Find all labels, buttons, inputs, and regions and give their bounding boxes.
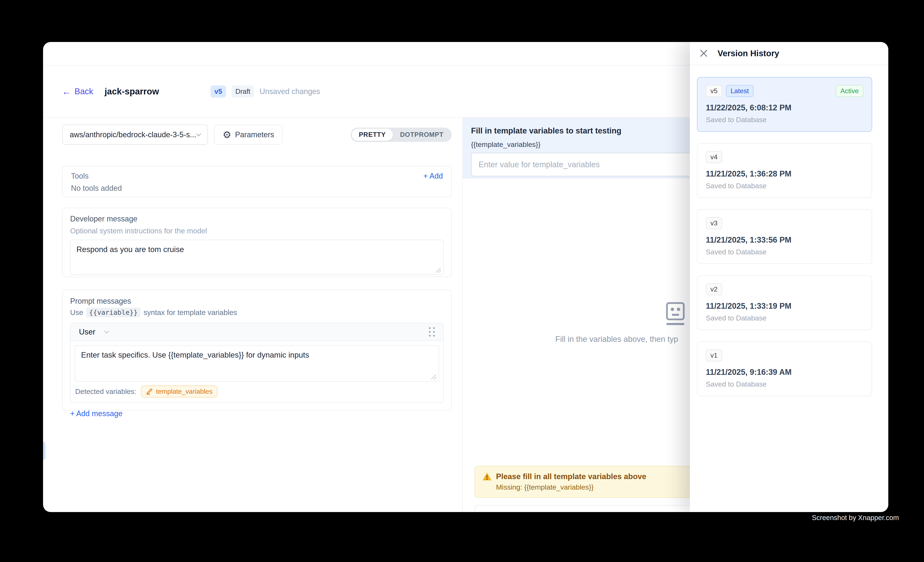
resize-handle-icon[interactable] xyxy=(431,373,437,380)
page-title: jack-sparrow xyxy=(105,87,159,97)
format-toggle: PRETTY DOTPROMPT xyxy=(351,128,452,142)
version-tag-badge: v1 xyxy=(706,350,722,362)
version-tag-badge: v4 xyxy=(706,151,722,163)
developer-message-title: Developer message xyxy=(70,214,444,223)
warning-title: Please fill in all template variables ab… xyxy=(496,472,646,481)
back-label: Back xyxy=(75,87,93,96)
version-card[interactable]: v3 11/21/2025, 1:33:56 PM Saved to Datab… xyxy=(697,209,872,264)
message-content-input[interactable]: Enter task specifics. Use {{template_var… xyxy=(75,345,439,382)
version-date: 11/21/2025, 1:36:28 PM xyxy=(706,169,863,178)
message-role-select[interactable]: User xyxy=(79,327,95,336)
developer-message-section: Developer message Optional system instru… xyxy=(62,208,452,277)
draft-badge: Draft xyxy=(232,85,254,97)
chevron-down-icon xyxy=(196,132,201,136)
version-list: v5 Latest Active 11/22/2025, 6:08:12 PM … xyxy=(690,65,888,396)
latest-badge: Latest xyxy=(726,85,753,97)
close-icon[interactable] xyxy=(699,49,708,58)
version-status: Saved to Database xyxy=(706,314,863,322)
toggle-dotprompt[interactable]: DOTPROMPT xyxy=(393,129,451,141)
app-window: ← Back jack-sparrow v5 Draft Unsaved cha… xyxy=(43,42,888,512)
unsaved-changes-label: Unsaved changes xyxy=(260,87,320,96)
version-date: 11/21/2025, 9:16:39 AM xyxy=(706,368,863,377)
resize-handle-icon[interactable] xyxy=(435,266,442,273)
toggle-pretty[interactable]: PRETTY xyxy=(352,129,393,141)
tools-title: Tools xyxy=(71,172,88,181)
editor-pane: aws/anthropic/bedrock-claude-3-5-s... ⚙ … xyxy=(43,118,463,512)
version-tag-badge: v3 xyxy=(706,217,722,229)
variable-syntax-hint: Use {{variable}} syntax for template var… xyxy=(70,308,444,317)
version-history-title: Version History xyxy=(718,49,779,58)
developer-message-input[interactable]: Respond as you are tom cruise xyxy=(70,240,444,275)
parameters-button[interactable]: ⚙ Parameters xyxy=(214,125,282,145)
version-date: 11/22/2025, 6:08:12 PM xyxy=(706,103,863,112)
back-arrow-icon: ← xyxy=(62,87,71,96)
chevron-down-icon[interactable] xyxy=(104,329,109,333)
template-variable-chip[interactable]: template_variables xyxy=(141,386,218,398)
version-history-panel: Version History v5 Latest Active 11/22/2… xyxy=(690,42,888,512)
version-status: Saved to Database xyxy=(706,248,863,256)
version-history-header: Version History xyxy=(690,42,888,65)
version-badge: v5 xyxy=(211,85,226,97)
tools-section: Tools + Add No tools added xyxy=(62,166,452,197)
version-card[interactable]: v2 11/21/2025, 1:33:19 PM Saved to Datab… xyxy=(697,275,872,330)
version-status: Saved to Database xyxy=(706,380,863,388)
parameters-label: Parameters xyxy=(235,130,274,139)
version-card[interactable]: v1 11/21/2025, 9:16:39 AM Saved to Datab… xyxy=(697,341,872,396)
version-status: Saved to Database xyxy=(706,116,863,124)
prompt-messages-title: Prompt messages xyxy=(70,297,444,306)
variable-syntax-code: {{variable}} xyxy=(86,308,141,317)
empty-state-text: Fill in the variables above, then typ xyxy=(555,335,678,344)
version-tag-badge: v2 xyxy=(706,283,722,295)
drag-handle-icon[interactable] xyxy=(429,327,435,336)
version-card[interactable]: v4 11/21/2025, 1:36:28 PM Saved to Datab… xyxy=(697,143,872,198)
tools-empty-text: No tools added xyxy=(71,184,443,193)
bot-icon xyxy=(664,302,687,327)
version-card[interactable]: v5 Latest Active 11/22/2025, 6:08:12 PM … xyxy=(697,77,872,132)
floating-button-sliver[interactable] xyxy=(43,442,46,460)
add-message-button[interactable]: + Add message xyxy=(70,409,444,418)
model-select-value: aws/anthropic/bedrock-claude-3-5-s... xyxy=(70,130,196,139)
developer-message-subtitle: Optional system instructions for the mod… xyxy=(70,227,444,235)
pencil-icon xyxy=(146,388,153,395)
add-tool-button[interactable]: + Add xyxy=(423,172,443,181)
version-date: 11/21/2025, 1:33:56 PM xyxy=(706,235,863,245)
watermark-text: Screenshot by Xnapper.com xyxy=(812,514,899,522)
gear-icon: ⚙ xyxy=(223,130,231,139)
hint-suffix: syntax for template variables xyxy=(143,308,237,317)
message-block: User Enter task specifics. Use {{templat… xyxy=(70,323,444,403)
version-status: Saved to Database xyxy=(706,182,863,190)
warning-icon xyxy=(482,472,492,481)
template-variable-name: template_variables xyxy=(156,388,213,395)
version-tag-badge: v5 xyxy=(706,85,722,97)
message-role-header: User xyxy=(70,323,443,341)
model-select[interactable]: aws/anthropic/bedrock-claude-3-5-s... xyxy=(62,125,208,145)
active-badge: Active xyxy=(836,85,863,97)
back-button[interactable]: ← Back xyxy=(62,87,93,96)
hint-prefix: Use xyxy=(70,308,83,317)
prompt-messages-section: Prompt messages Use {{variable}} syntax … xyxy=(62,290,452,410)
detected-variables-label: Detected variables: xyxy=(75,387,136,396)
version-date: 11/21/2025, 1:33:19 PM xyxy=(706,302,863,311)
